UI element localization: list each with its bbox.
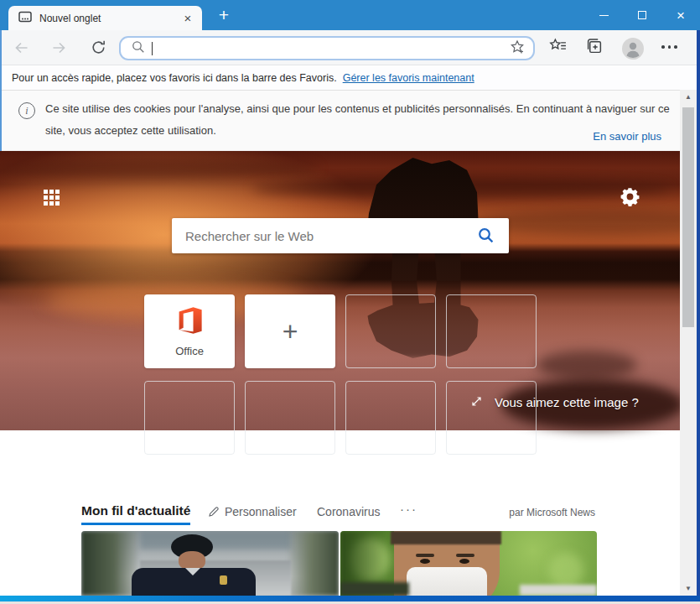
buildings xyxy=(140,531,291,549)
web-search-input[interactable] xyxy=(185,229,475,243)
favorites-bar: Pour un accès rapide, placez vos favoris… xyxy=(0,66,697,91)
tab-news-feed[interactable]: Mon fil d'actualité xyxy=(81,503,190,525)
address-bar[interactable] xyxy=(119,36,535,60)
pencil-icon xyxy=(208,506,220,518)
eye xyxy=(459,559,469,564)
text-caret xyxy=(152,42,153,55)
search-icon xyxy=(478,227,495,244)
forward-button[interactable] xyxy=(50,39,68,60)
page-settings-gear-icon[interactable] xyxy=(620,187,640,210)
close-icon: × xyxy=(677,8,685,23)
personalize-button[interactable]: Personnaliser xyxy=(208,505,297,518)
address-input[interactable] xyxy=(153,38,517,59)
tab-coronavirus[interactable]: Coronavirus xyxy=(317,505,380,518)
window-border-bottom xyxy=(0,596,700,601)
web-search-button[interactable] xyxy=(475,225,497,247)
close-button[interactable]: × xyxy=(661,0,700,30)
expand-image-icon[interactable] xyxy=(470,395,483,411)
personalize-label: Personnaliser xyxy=(225,505,297,518)
shirt-light xyxy=(520,585,597,596)
tab-title: Nouvel onglet xyxy=(39,13,180,24)
web-search-box[interactable] xyxy=(172,218,509,253)
close-tab-icon[interactable]: × xyxy=(180,11,195,26)
shoulder-dark xyxy=(340,582,409,596)
tile-empty[interactable] xyxy=(345,381,436,455)
favorites-bar-message: Pour un accès rapide, placez vos favoris… xyxy=(12,72,337,84)
more-news-tabs-icon[interactable]: ··· xyxy=(400,502,417,516)
tile-add-site[interactable]: + xyxy=(245,294,335,368)
cloud-streak xyxy=(0,158,319,180)
eye xyxy=(420,559,430,564)
news-card-mask[interactable] xyxy=(340,531,597,596)
plus-icon: + xyxy=(283,316,298,347)
eyebrow xyxy=(456,554,474,557)
coronavirus-label: Coronavirus xyxy=(317,505,380,518)
tile-office[interactable]: Office xyxy=(144,294,235,368)
trees-right xyxy=(287,531,339,596)
collections-icon[interactable] xyxy=(586,38,603,58)
cookie-banner: i Ce site utilise des cookies pour l'ana… xyxy=(2,91,680,151)
man-hair xyxy=(391,531,501,544)
news-attribution: par Microsoft News xyxy=(509,507,595,518)
search-icon xyxy=(132,40,145,57)
window-border-right xyxy=(697,30,700,596)
refresh-button[interactable] xyxy=(91,39,106,59)
new-tab-button[interactable]: + xyxy=(212,4,236,28)
scrollbar-thumb[interactable] xyxy=(682,107,694,327)
scroll-up-icon[interactable]: ▲ xyxy=(680,90,697,104)
manage-favorites-link[interactable]: Gérer les favoris maintenant xyxy=(343,72,474,84)
eyebrow xyxy=(416,554,434,557)
face-mask xyxy=(407,567,487,596)
minimize-button[interactable] xyxy=(584,0,623,30)
tile-empty[interactable] xyxy=(446,381,537,455)
bokeh-light xyxy=(548,553,583,588)
tile-empty[interactable] xyxy=(144,381,235,455)
minimize-icon xyxy=(599,15,609,16)
tile-empty[interactable] xyxy=(345,294,436,368)
new-tab-page-icon xyxy=(18,11,32,26)
news-card-police[interactable] xyxy=(81,531,339,596)
maximize-icon xyxy=(638,11,646,19)
learn-more-link[interactable]: En savoir plus xyxy=(593,130,661,143)
tile-office-label: Office xyxy=(175,345,204,357)
foreground-seaweed xyxy=(537,351,637,379)
profile-avatar[interactable] xyxy=(622,38,644,63)
police-badge xyxy=(220,575,227,585)
tile-empty[interactable] xyxy=(245,381,335,455)
page-scrollbar[interactable]: ▲ ▼ xyxy=(680,90,697,596)
back-button[interactable] xyxy=(13,39,30,60)
cookie-message: Ce site utilise des cookies pour l'analy… xyxy=(45,98,670,142)
info-icon: i xyxy=(18,102,35,119)
tab-nouvel-onglet[interactable]: Nouvel onglet × xyxy=(8,6,202,30)
tile-empty[interactable] xyxy=(446,294,537,368)
settings-more-icon[interactable] xyxy=(661,45,677,49)
scroll-down-icon[interactable]: ▼ xyxy=(680,581,697,596)
window-controls: × xyxy=(584,0,700,30)
title-bar: Nouvel onglet × + × xyxy=(0,0,700,30)
edge-window: Nouvel onglet × + × xyxy=(0,0,700,604)
window-border-left xyxy=(0,30,2,151)
favorites-hub-icon[interactable] xyxy=(549,38,567,57)
maximize-button[interactable] xyxy=(623,0,661,30)
image-like-prompt[interactable]: Vous aimez cette image ? xyxy=(495,395,639,409)
apps-grid-icon[interactable] xyxy=(44,190,60,206)
office-logo-icon xyxy=(174,305,205,339)
